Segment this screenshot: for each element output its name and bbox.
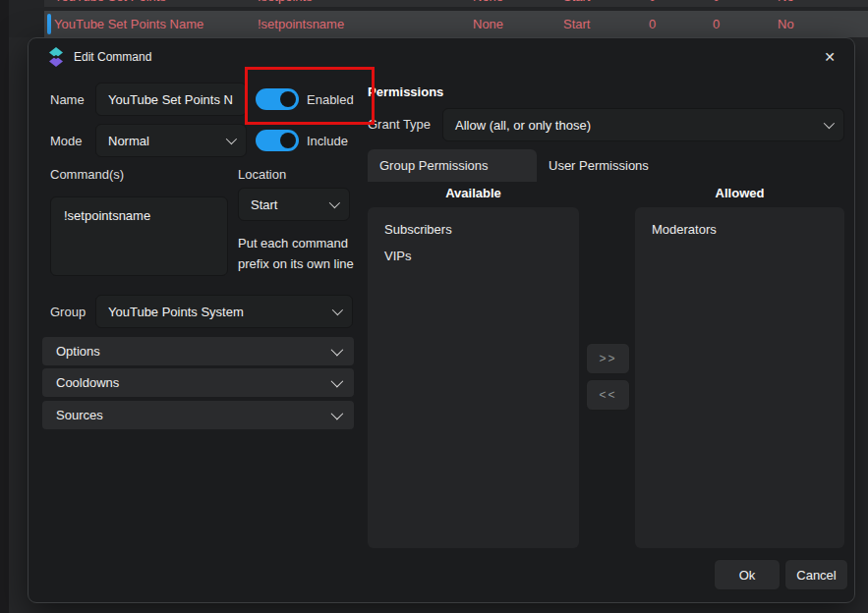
chevron-down-icon <box>331 375 344 388</box>
location-help-text: Put each command prefix on its own line <box>238 233 364 274</box>
list-item[interactable]: VIPs <box>368 247 579 273</box>
row-enabled: No <box>778 17 794 31</box>
grant-type-label: Grant Type <box>368 117 431 132</box>
window-left-edge <box>0 0 9 613</box>
sources-label: Sources <box>56 408 103 422</box>
name-value: YouTube Set Points N <box>108 92 233 107</box>
row-global-cooldown: 0 <box>649 0 656 4</box>
row-global-cooldown: 0 <box>649 17 656 31</box>
row-enabled: No <box>778 0 794 4</box>
row-name: YouTube Set Points <box>54 0 166 4</box>
commands-textarea[interactable]: !setpointsname <box>50 196 228 276</box>
commands-label: Command(s) <box>50 167 124 182</box>
ok-button[interactable]: Ok <box>714 559 781 590</box>
cancel-button[interactable]: Cancel <box>784 559 848 590</box>
available-list: Subscribers VIPs <box>368 207 579 548</box>
mode-label: Mode <box>50 134 83 148</box>
dialog-title: Edit Command <box>74 50 151 64</box>
tab-label: Group Permissions <box>379 158 489 173</box>
toggle-knob <box>280 133 296 148</box>
row-command: !setpoints <box>258 0 313 4</box>
app-logo-icon <box>48 47 64 67</box>
table-row[interactable]: YouTube Set Points !setpoints None Start… <box>44 0 868 7</box>
location-select[interactable]: Start <box>238 188 350 221</box>
row-permission: None <box>473 0 503 4</box>
sources-accordion[interactable]: Sources <box>42 401 354 429</box>
permissions-header: Permissions <box>368 84 443 99</box>
row-command: !setpointsname <box>258 17 344 31</box>
chevron-down-icon <box>226 134 237 144</box>
row-name: YouTube Set Points Name <box>54 17 203 31</box>
edit-command-dialog: Edit Command ✕ Name YouTube Set Points N… <box>28 37 855 603</box>
table-row-selected[interactable]: YouTube Set Points Name !setpointsname N… <box>44 11 868 37</box>
chevron-down-icon <box>824 118 835 129</box>
group-value: YouTube Points System <box>108 305 244 319</box>
chevron-down-icon <box>331 344 344 357</box>
row-location: Start <box>563 17 590 31</box>
move-left-button[interactable]: << <box>586 379 630 411</box>
chevron-down-icon <box>331 408 344 420</box>
available-header: Available <box>368 186 579 200</box>
app-window: YouTube Set Points !setpoints None Start… <box>0 0 868 613</box>
list-item[interactable]: Moderators <box>635 220 844 247</box>
options-accordion[interactable]: Options <box>42 337 354 365</box>
group-select[interactable]: YouTube Points System <box>95 295 353 328</box>
commands-table: YouTube Set Points !setpoints None Start… <box>9 0 868 37</box>
enabled-toggle[interactable] <box>256 88 299 110</box>
toggle-knob <box>280 91 296 107</box>
move-right-button[interactable]: >> <box>586 343 630 374</box>
include-toggle[interactable] <box>256 130 299 151</box>
row-user-cooldown: 0 <box>713 17 720 31</box>
group-label: Group <box>50 305 86 319</box>
tab-user-permissions[interactable]: User Permissions <box>537 149 694 182</box>
enabled-label: Enabled <box>307 92 354 107</box>
name-label: Name <box>50 92 85 107</box>
tab-group-permissions[interactable]: Group Permissions <box>368 149 537 182</box>
location-label: Location <box>238 167 286 182</box>
allowed-list: Moderators <box>635 207 844 548</box>
row-location: Start <box>563 0 590 4</box>
allowed-header: Allowed <box>635 186 844 200</box>
grant-type-select[interactable]: Allow (all, or only those) <box>442 108 844 141</box>
mode-select[interactable]: Normal <box>95 124 247 157</box>
include-label: Include <box>307 134 348 148</box>
list-item[interactable]: Subscribers <box>368 220 579 247</box>
commands-value: !setpointsname <box>64 208 150 223</box>
mode-value: Normal <box>108 134 149 148</box>
tab-label: User Permissions <box>549 158 649 173</box>
close-icon[interactable]: ✕ <box>819 46 840 68</box>
options-label: Options <box>56 344 100 359</box>
cooldowns-accordion[interactable]: Cooldowns <box>42 368 354 397</box>
chevron-down-icon <box>332 305 343 315</box>
location-value: Start <box>251 197 277 212</box>
name-input[interactable]: YouTube Set Points N <box>95 83 247 116</box>
row-permission: None <box>473 17 503 31</box>
cooldowns-label: Cooldowns <box>56 375 119 390</box>
selection-bar <box>47 14 51 34</box>
row-user-cooldown: 0 <box>713 0 720 4</box>
chevron-down-icon <box>329 197 340 208</box>
grant-type-value: Allow (all, or only those) <box>455 118 591 133</box>
